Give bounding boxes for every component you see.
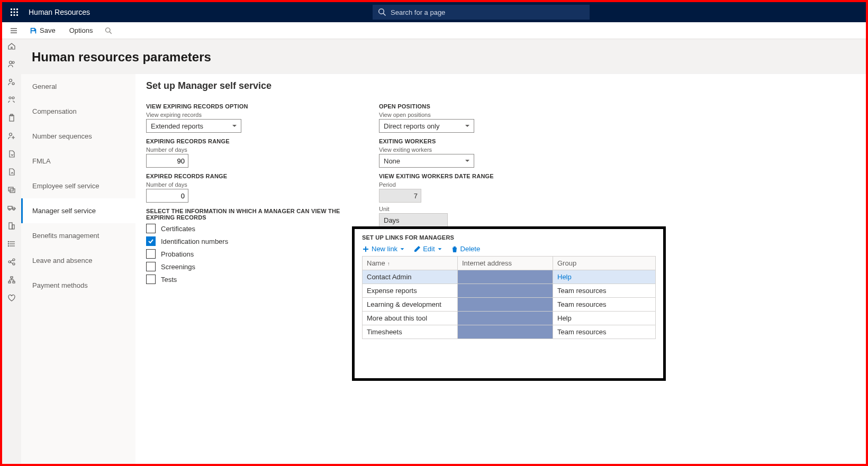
trash-icon — [451, 245, 458, 253]
checkbox-certificates[interactable]: Certificates — [146, 224, 358, 233]
chevron-down-icon — [464, 123, 471, 129]
side-tab-payment-methods[interactable]: Payment methods — [21, 273, 135, 298]
cell-internet-address[interactable] — [458, 284, 553, 298]
cell-name[interactable]: More about this tool — [363, 312, 458, 325]
side-tab-leave-and-absence[interactable]: Leave and absence — [21, 248, 135, 273]
save-button[interactable]: Save — [24, 23, 61, 38]
cell-name[interactable]: Contact Admin — [363, 270, 458, 284]
label-expired-days: Number of days — [146, 181, 358, 188]
rail-list-icon[interactable] — [2, 235, 21, 253]
section-select-info: SELECT THE INFORMATION IN WHICH A MANAGE… — [146, 208, 358, 221]
side-tab-benefits-management[interactable]: Benefits management — [21, 223, 135, 248]
side-tabs: GeneralCompensationNumber sequencesFMLAE… — [21, 74, 135, 464]
cell-group[interactable]: Team resources — [553, 325, 656, 339]
select-view-exiting-workers-value: None — [384, 157, 400, 165]
new-link-button[interactable]: New link — [362, 245, 405, 253]
svg-point-33 — [8, 245, 8, 246]
rail-heart-icon[interactable] — [2, 289, 21, 307]
nav-toggle-icon[interactable] — [6, 23, 21, 38]
panel-heading: Set up Manager self service — [146, 80, 855, 92]
cell-group[interactable]: Help — [553, 270, 656, 284]
select-view-exiting-workers[interactable]: None — [379, 154, 474, 168]
svg-point-12 — [10, 61, 12, 64]
options-button[interactable]: Options — [64, 23, 98, 38]
checkbox-label: Screenings — [161, 263, 195, 271]
rail-cards-icon[interactable] — [2, 181, 21, 199]
links-for-managers-section: SET UP LINKS FOR MANAGERS New link Edit — [352, 226, 666, 381]
svg-point-16 — [9, 97, 11, 99]
checkbox-box — [146, 236, 156, 246]
edit-link-button[interactable]: Edit — [413, 245, 442, 253]
cell-name[interactable]: Timesheets — [363, 325, 458, 339]
svg-point-24 — [9, 209, 11, 211]
cell-group[interactable]: Help — [553, 312, 656, 325]
rail-home-icon[interactable] — [2, 37, 21, 55]
rail-org-icon[interactable] — [2, 91, 21, 109]
rail-doc-out-icon[interactable] — [2, 163, 21, 181]
checkbox-box — [146, 262, 156, 271]
rail-share-icon[interactable] — [2, 253, 21, 271]
select-view-open-positions-value: Direct reports only — [384, 122, 439, 130]
cell-name[interactable]: Learning & development — [363, 298, 458, 312]
global-search[interactable] — [373, 5, 590, 20]
select-view-open-positions[interactable]: Direct reports only — [379, 119, 474, 133]
rail-clipboard-icon[interactable] — [2, 109, 21, 127]
cell-internet-address[interactable] — [458, 298, 553, 312]
app-launcher-icon[interactable] — [6, 4, 22, 20]
col-group[interactable]: Group — [553, 257, 656, 270]
select-view-expiring-records[interactable]: Extended reports — [146, 119, 241, 133]
col-internet-address[interactable]: Internet address — [458, 257, 553, 270]
save-label: Save — [40, 26, 56, 34]
table-row[interactable]: Learning & developmentTeam resources — [363, 298, 656, 312]
svg-point-15 — [12, 83, 14, 85]
main-panel: Set up Manager self service VIEW EXPIRIN… — [135, 74, 866, 464]
cell-name[interactable]: Expense reports — [363, 284, 458, 298]
side-tab-fmla[interactable]: FMLA — [21, 149, 135, 173]
side-tab-general[interactable]: General — [21, 74, 135, 99]
toolbar-search-icon[interactable] — [101, 23, 116, 38]
svg-rect-1 — [14, 8, 15, 10]
rail-truck-icon[interactable] — [2, 199, 21, 217]
cell-internet-address[interactable] — [458, 270, 553, 284]
col-name[interactable]: Name↑ — [363, 257, 458, 270]
sort-asc-icon: ↑ — [387, 261, 390, 267]
search-input[interactable] — [373, 5, 590, 20]
cell-group[interactable]: Team resources — [553, 298, 656, 312]
delete-link-button[interactable]: Delete — [451, 245, 481, 253]
cell-internet-address[interactable] — [458, 325, 553, 339]
cell-internet-address[interactable] — [458, 312, 553, 325]
save-icon — [30, 27, 37, 34]
table-row[interactable]: Contact AdminHelp — [363, 270, 656, 284]
search-icon — [378, 8, 386, 16]
svg-point-31 — [8, 241, 8, 242]
rail-hierarchy-icon[interactable] — [2, 271, 21, 289]
cell-group[interactable]: Team resources — [553, 284, 656, 298]
links-grid[interactable]: Name↑ Internet address Group Contact Adm… — [362, 256, 656, 339]
rail-building-icon[interactable] — [2, 217, 21, 235]
input-expired-days[interactable] — [146, 189, 188, 203]
options-label: Options — [69, 26, 93, 34]
rail-doc-in-icon[interactable] — [2, 145, 21, 163]
checkbox-label: Identification numbers — [161, 237, 228, 245]
side-tab-compensation[interactable]: Compensation — [21, 99, 135, 124]
input-expiring-days[interactable] — [146, 154, 188, 168]
chevron-down-icon — [231, 123, 238, 129]
label-period: Period — [379, 181, 591, 188]
side-tab-employee-self-service[interactable]: Employee self service — [21, 173, 135, 198]
checkbox-screenings[interactable]: Screenings — [146, 262, 358, 271]
checkbox-tests[interactable]: Tests — [146, 275, 358, 284]
table-row[interactable]: TimesheetsTeam resources — [363, 325, 656, 339]
side-tab-manager-self-service[interactable]: Manager self service — [21, 198, 135, 223]
svg-point-32 — [8, 243, 8, 244]
rail-people-icon[interactable] — [2, 55, 21, 73]
svg-rect-8 — [16, 14, 18, 16]
checkbox-identification-numbers[interactable]: Identification numbers — [146, 236, 358, 246]
table-row[interactable]: Expense reportsTeam resources — [363, 284, 656, 298]
svg-rect-40 — [8, 281, 11, 283]
side-tab-number-sequences[interactable]: Number sequences — [21, 124, 135, 149]
section-expired-range: EXPIRED RECORDS RANGE — [146, 173, 358, 179]
rail-person-plus-icon[interactable] — [2, 127, 21, 145]
checkbox-probations[interactable]: Probations — [146, 249, 358, 259]
rail-person-cog-icon[interactable] — [2, 73, 21, 91]
table-row[interactable]: More about this toolHelp — [363, 312, 656, 325]
